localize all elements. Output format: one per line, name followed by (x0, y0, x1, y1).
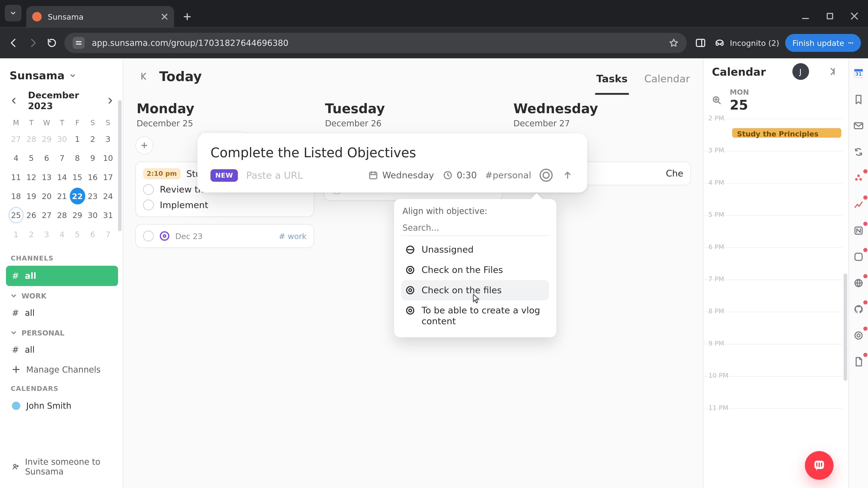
calendar-day[interactable]: 3 (100, 131, 116, 147)
calendar-day[interactable]: 31 (100, 207, 116, 223)
zoom-icon[interactable] (712, 95, 721, 105)
github-icon[interactable] (850, 302, 866, 317)
calendar-day[interactable]: 7 (100, 226, 116, 242)
avatar[interactable]: J (792, 63, 809, 80)
collapse-sidebar-button[interactable] (136, 68, 152, 84)
calendar-day[interactable]: 16 (85, 168, 100, 185)
time-grid[interactable]: 2 PM3 PM4 PM5 PM6 PM7 PM8 PM9 PM10 PM11 … (704, 119, 848, 484)
task-card[interactable]: Dec 23# work (135, 224, 314, 248)
sidepanel-icon[interactable] (693, 35, 708, 51)
invite-button[interactable]: Invite someone to Sunsama (6, 452, 118, 481)
calendar-day[interactable]: 1 (8, 226, 24, 242)
task-checkbox[interactable] (143, 231, 154, 241)
sidebar-scrollbar[interactable] (118, 94, 122, 482)
close-tab-icon[interactable] (161, 13, 168, 20)
task-duration-chip[interactable]: 0:30 (442, 170, 477, 181)
objective-search-input[interactable] (401, 219, 549, 236)
calendar-day[interactable]: 20 (39, 188, 55, 204)
calendar-day[interactable]: 5 (24, 150, 39, 166)
incognito-indicator[interactable]: Incognito (2) (714, 37, 779, 48)
photos-icon[interactable] (850, 249, 866, 265)
tab-calendar[interactable]: Calendar (644, 73, 690, 94)
browser-tab[interactable]: Sunsama (26, 6, 174, 27)
calendar-day[interactable]: 22 (70, 188, 85, 204)
objective-option[interactable]: To be able to create a vlog content (401, 300, 549, 331)
task-title-input[interactable]: Complete the Listed Objectives (211, 145, 574, 160)
calendar-day[interactable]: 6 (85, 226, 100, 242)
new-tab-button[interactable] (179, 8, 195, 25)
minimize-icon[interactable] (801, 12, 810, 20)
calendar-day[interactable]: 23 (85, 188, 100, 204)
calendar-day[interactable]: 2 (85, 131, 100, 147)
calendar-day[interactable]: 26 (24, 207, 39, 223)
calendar-day[interactable]: 25 (8, 207, 24, 223)
calendar-day[interactable]: 29 (39, 131, 55, 147)
mail-icon[interactable] (850, 118, 866, 133)
submit-task-button[interactable] (561, 168, 574, 182)
forward-button[interactable] (26, 36, 39, 50)
bookmark-icon[interactable] (850, 92, 866, 107)
sync-icon[interactable] (850, 144, 866, 160)
close-window-icon[interactable] (850, 12, 859, 20)
finish-update-button[interactable]: Finish update (785, 34, 861, 52)
calendar-day[interactable]: 10 (100, 150, 116, 166)
asana-icon[interactable] (850, 170, 866, 186)
calendar-day[interactable]: 6 (39, 150, 55, 166)
channel-work-all[interactable]: # all (6, 303, 118, 323)
task-checkbox[interactable] (143, 184, 154, 195)
target-icon[interactable] (850, 328, 866, 344)
calendar-day[interactable]: 27 (39, 207, 55, 223)
expand-panel-button[interactable] (825, 64, 840, 79)
calendar-day[interactable]: 3 (39, 226, 55, 242)
workspace-switcher[interactable]: Sunsama (6, 66, 118, 86)
next-month-button[interactable] (104, 94, 116, 107)
analytics-icon[interactable] (850, 197, 866, 212)
globe-icon[interactable] (850, 275, 866, 291)
calendar-day[interactable]: 5 (70, 226, 85, 242)
site-settings-icon[interactable] (73, 37, 85, 49)
channel-all[interactable]: # all (6, 266, 118, 286)
calendar-scrollbar[interactable] (843, 273, 847, 381)
calendar-day[interactable]: 28 (24, 131, 39, 147)
google-calendar-icon[interactable]: 31 (850, 66, 866, 81)
calendar-day[interactable]: 13 (39, 168, 55, 185)
calendar-day[interactable]: 7 (54, 150, 70, 166)
task-checkbox[interactable] (143, 200, 154, 210)
prev-month-button[interactable] (8, 94, 20, 107)
work-group[interactable]: WORK (6, 286, 118, 303)
calendar-day[interactable]: 24 (100, 188, 116, 204)
calendar-day[interactable]: 9 (85, 150, 100, 166)
calendar-day[interactable]: 30 (85, 207, 100, 223)
add-task-button[interactable] (135, 136, 153, 154)
calendar-day[interactable]: 21 (54, 188, 70, 204)
calendar-day[interactable]: 4 (54, 226, 70, 242)
calendar-day[interactable]: 15 (70, 168, 85, 185)
calendar-day[interactable]: 18 (8, 188, 24, 204)
calendar-day[interactable]: 1 (70, 131, 85, 147)
calendar-day[interactable]: 27 (8, 131, 24, 147)
calendar-day[interactable]: 2 (24, 226, 39, 242)
manage-channels-button[interactable]: Manage Channels (6, 360, 118, 379)
personal-group[interactable]: PERSONAL (6, 323, 118, 340)
calendar-day[interactable]: 14 (54, 168, 70, 185)
back-button[interactable] (7, 36, 20, 50)
calendar-event[interactable]: Study the Principles (732, 128, 841, 138)
calendar-day[interactable]: 12 (24, 168, 39, 185)
calendar-day[interactable]: 19 (24, 188, 39, 204)
objective-option[interactable]: Unassigned (401, 239, 549, 260)
address-bar[interactable]: app.sunsama.com/group/17031827644696380 (64, 33, 687, 53)
paste-url-hint[interactable]: Paste a URL (246, 169, 303, 181)
reload-button[interactable] (45, 36, 58, 50)
maximize-icon[interactable] (827, 12, 834, 20)
calendar-day[interactable]: 28 (54, 207, 70, 223)
calendar-day[interactable]: 4 (8, 150, 24, 166)
calendar-day[interactable]: 30 (54, 131, 70, 147)
notion-icon[interactable] (850, 223, 866, 238)
calendar-account[interactable]: John Smith (6, 396, 118, 415)
calendar-day[interactable]: 17 (100, 168, 116, 185)
task-date-chip[interactable]: Wednesday (368, 170, 434, 181)
objective-option[interactable]: Check on the Files (401, 260, 549, 280)
objective-picker-button[interactable] (539, 168, 553, 182)
channel-personal-all[interactable]: # all (6, 339, 118, 360)
tab-tasks[interactable]: Tasks (596, 73, 627, 94)
